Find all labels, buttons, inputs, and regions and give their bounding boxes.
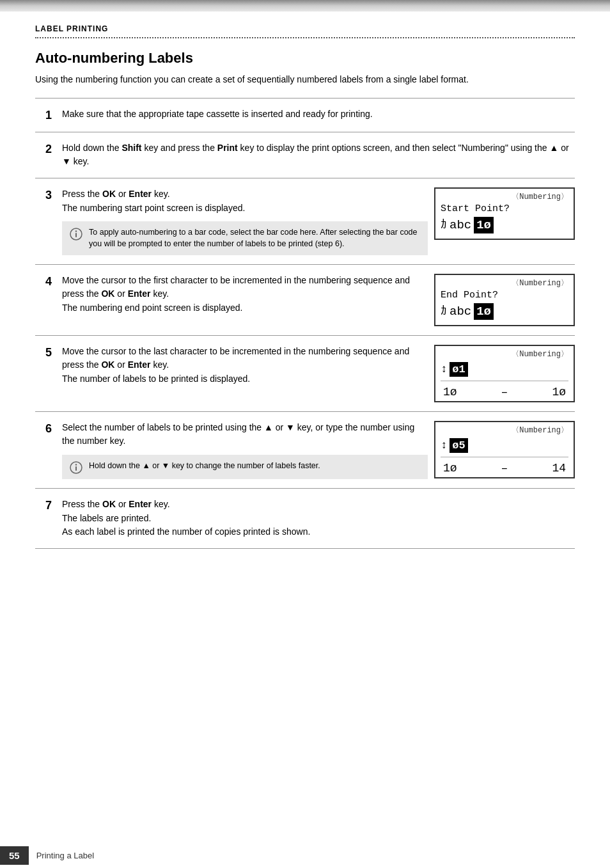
screen-range-dash: – bbox=[501, 386, 508, 398]
screen-range-right: 1ø bbox=[552, 386, 566, 398]
screen-title: 〈Numbering〉 bbox=[441, 191, 568, 202]
step-row: 3 Press the OK or Enter key. The numberi… bbox=[35, 178, 575, 265]
page: LABEL PRINTING Auto-numbering Labels Usi… bbox=[0, 0, 610, 868]
tip-text: To apply auto-numbering to a bar code, s… bbox=[89, 226, 420, 249]
step-number: 5 bbox=[35, 345, 59, 360]
page-content: LABEL PRINTING Auto-numbering Labels Usi… bbox=[0, 12, 610, 574]
svg-rect-5 bbox=[75, 466, 77, 471]
step-text: Move the cursor to the last character to… bbox=[62, 345, 428, 386]
screen-range-right: 14 bbox=[552, 462, 566, 475]
step-row: 6 Select the number of labels to be prin… bbox=[35, 412, 575, 489]
screen-range: 1ø – 14 bbox=[441, 459, 568, 475]
tip-icon bbox=[70, 461, 82, 474]
step-number: 1 bbox=[35, 107, 59, 123]
step-text: Press the OK or Enter key. The labels ar… bbox=[62, 498, 575, 539]
step-text: Press the OK or Enter key. The numbering… bbox=[62, 187, 428, 215]
screen-text: abc bbox=[450, 218, 471, 232]
step-row: 4 Move the cursor to the first character… bbox=[35, 265, 575, 336]
svg-point-1 bbox=[75, 231, 77, 232]
screen-line1: End Point? bbox=[441, 290, 568, 301]
step-text: Select the number of labels to be printe… bbox=[62, 421, 428, 448]
screen-mockup: 〈Numbering〉 End Point? ｶ abc 1ø bbox=[434, 274, 575, 326]
step-left: Select the number of labels to be printe… bbox=[62, 421, 428, 479]
screen-range-dash: – bbox=[501, 462, 508, 475]
screen-mockup: 〈Numbering〉 ↕ ø1 1ø – 1ø bbox=[434, 345, 575, 402]
screen-line1: ↕ ø1 bbox=[441, 362, 568, 377]
screen-arrow: ↕ bbox=[441, 363, 447, 375]
steps-container: 1 Make sure that the appropriate tape ca… bbox=[35, 99, 575, 548]
step-number: 7 bbox=[35, 498, 59, 513]
screen-mockup: 〈Numbering〉 Start Point? ｶ abc 1ø bbox=[434, 187, 575, 240]
step-left: Press the OK or Enter key. The numbering… bbox=[62, 187, 428, 255]
step-content: Press the OK or Enter key. The numbering… bbox=[59, 187, 575, 255]
step-content: Move the cursor to the last character to… bbox=[59, 345, 575, 402]
step-left: Move the cursor to the last character to… bbox=[62, 345, 428, 386]
screen-divider bbox=[441, 457, 568, 457]
footer-page-number: 55 bbox=[0, 846, 29, 865]
step-inner: Move the cursor to the first character t… bbox=[62, 274, 575, 326]
step-inner: Select the number of labels to be printe… bbox=[62, 421, 575, 479]
step-text: Make sure that the appropriate tape cass… bbox=[62, 107, 575, 122]
top-decorative-bar bbox=[0, 0, 610, 12]
screen-cursor: 1ø bbox=[474, 303, 494, 320]
screen-line1: Start Point? bbox=[441, 203, 568, 214]
page-intro: Using the numbering function you can cre… bbox=[35, 73, 575, 86]
svg-point-4 bbox=[75, 464, 77, 465]
step-text: Hold down the Shift key and press the Pr… bbox=[62, 141, 575, 169]
footer: 55 Printing a Label bbox=[0, 842, 610, 868]
section-header: LABEL PRINTING bbox=[35, 24, 575, 33]
step-row: 1 Make sure that the appropriate tape ca… bbox=[35, 99, 575, 132]
step-number: 4 bbox=[35, 274, 59, 289]
step-number: 2 bbox=[35, 141, 59, 157]
dotted-divider bbox=[35, 37, 575, 38]
step-inner: Move the cursor to the last character to… bbox=[62, 345, 575, 402]
screen-line1: ↕ ø5 bbox=[441, 438, 568, 453]
screen-prefix: ｶ bbox=[441, 304, 447, 319]
step-text: Move the cursor to the first character t… bbox=[62, 274, 428, 315]
screen-title: 〈Numbering〉 bbox=[441, 425, 568, 436]
step-left: Move the cursor to the first character t… bbox=[62, 274, 428, 315]
screen-arrow: ↕ bbox=[441, 439, 447, 452]
step-number: 3 bbox=[35, 187, 59, 203]
screen-divider bbox=[441, 381, 568, 381]
step-content: Select the number of labels to be printe… bbox=[59, 421, 575, 479]
svg-rect-2 bbox=[75, 233, 77, 237]
screen-line2: ｶ abc 1ø bbox=[441, 217, 568, 233]
bottom-divider bbox=[35, 548, 575, 549]
screen-line2: ｶ abc 1ø bbox=[441, 303, 568, 320]
tip-icon bbox=[70, 228, 82, 241]
screen-title: 〈Numbering〉 bbox=[441, 278, 568, 288]
step-row: 5 Move the cursor to the last character … bbox=[35, 336, 575, 412]
screen-text: abc bbox=[450, 304, 471, 319]
step-row: 7 Press the OK or Enter key. The labels … bbox=[35, 489, 575, 548]
screen-cursor: 1ø bbox=[474, 217, 494, 233]
footer-text: Printing a Label bbox=[36, 851, 94, 860]
tip-box: Hold down the ▲ or ▼ key to change the n… bbox=[62, 455, 428, 479]
step-row: 2 Hold down the Shift key and press the … bbox=[35, 132, 575, 178]
step-content: Press the OK or Enter key. The labels ar… bbox=[59, 498, 575, 539]
screen-range-left: 1ø bbox=[443, 386, 457, 398]
step-number: 6 bbox=[35, 421, 59, 436]
step-content: Make sure that the appropriate tape cass… bbox=[59, 107, 575, 122]
screen-title: 〈Numbering〉 bbox=[441, 349, 568, 359]
screen-cursor: ø5 bbox=[450, 438, 467, 453]
step-content: Hold down the Shift key and press the Pr… bbox=[59, 141, 575, 169]
tip-box: To apply auto-numbering to a bar code, s… bbox=[62, 221, 428, 255]
screen-range: 1ø – 1ø bbox=[441, 383, 568, 398]
screen-mockup: 〈Numbering〉 ↕ ø5 1ø – 14 bbox=[434, 421, 575, 478]
step-inner: Press the OK or Enter key. The numbering… bbox=[62, 187, 575, 255]
tip-text: Hold down the ▲ or ▼ key to change the n… bbox=[89, 460, 320, 471]
screen-prefix: ｶ bbox=[441, 217, 447, 232]
screen-cursor: ø1 bbox=[450, 362, 467, 377]
screen-range-left: 1ø bbox=[443, 462, 457, 475]
page-title: Auto-numbering Labels bbox=[35, 50, 575, 67]
step-content: Move the cursor to the first character t… bbox=[59, 274, 575, 326]
